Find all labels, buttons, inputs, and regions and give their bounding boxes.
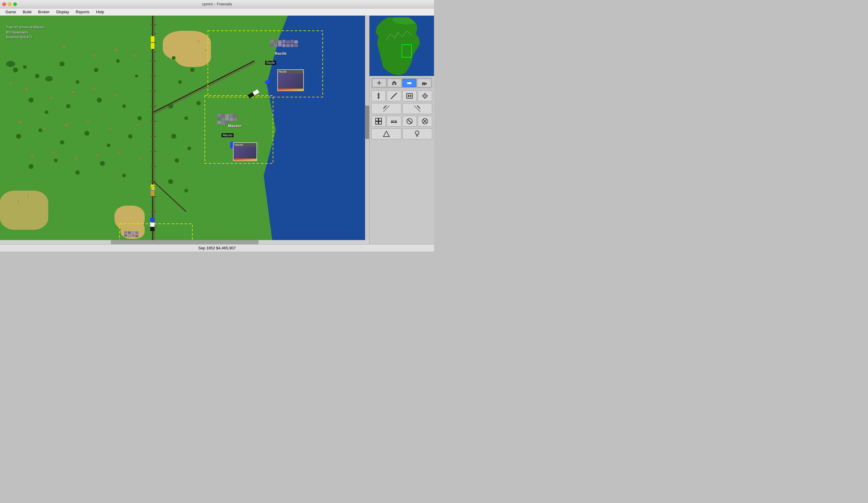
tool-diagonal-track-1[interactable]	[387, 91, 401, 101]
svg-rect-149	[426, 83, 427, 84]
popup-body-maceio	[234, 146, 257, 160]
svg-rect-173	[379, 118, 382, 121]
tool-bridge[interactable]	[387, 116, 401, 127]
tool-diagonal-ne[interactable]	[371, 103, 402, 114]
svg-line-180	[407, 119, 412, 123]
vscrollbar-thumb[interactable]	[365, 105, 369, 139]
title-bar: cymric - Freerails	[0, 0, 434, 9]
map-area[interactable]: | | † †	[0, 16, 369, 244]
minimize-button[interactable]	[8, 2, 11, 6]
svg-rect-122	[230, 114, 233, 117]
city-popup-recife[interactable]: Recife	[277, 69, 304, 91]
svg-rect-172	[375, 118, 378, 121]
svg-rect-85	[31, 154, 34, 156]
tool-plant[interactable]	[402, 129, 433, 139]
popup-title-maceio: Maceio	[234, 143, 257, 146]
svg-point-150	[422, 84, 423, 85]
svg-point-39	[35, 74, 39, 78]
svg-rect-74	[25, 88, 28, 90]
svg-line-21	[154, 182, 186, 212]
svg-rect-29	[248, 92, 254, 98]
svg-point-72	[184, 189, 188, 192]
svg-point-61	[122, 174, 126, 177]
svg-point-52	[39, 129, 42, 132]
svg-rect-87	[74, 157, 78, 160]
svg-marker-144	[392, 81, 396, 83]
popup-bar-recife	[278, 89, 303, 91]
status-bar: Sep 1852 $4,465,907	[0, 244, 434, 252]
svg-point-45	[29, 98, 33, 103]
svg-rect-114	[221, 114, 225, 117]
svg-rect-158	[406, 93, 413, 98]
svg-point-63	[190, 68, 194, 72]
window-controls[interactable]	[2, 2, 17, 6]
tool-diagonal-nw[interactable]	[402, 103, 433, 114]
svg-point-44	[135, 74, 138, 78]
mode-train-btn[interactable]	[417, 79, 431, 87]
svg-point-55	[107, 144, 110, 147]
svg-line-156	[391, 93, 397, 99]
svg-point-59	[75, 171, 80, 175]
svg-rect-115	[225, 114, 229, 117]
menu-game[interactable]: Game	[2, 9, 19, 15]
notification-line3: Revenue $16,872	[6, 35, 44, 40]
tool-station-place[interactable]	[402, 91, 417, 101]
menu-broker[interactable]: Broker	[35, 9, 52, 15]
svg-point-65	[168, 104, 173, 109]
menu-reports[interactable]: Reports	[73, 9, 93, 15]
svg-rect-84	[136, 124, 139, 126]
svg-rect-86	[53, 151, 55, 153]
tool-remove-track[interactable]	[402, 116, 417, 127]
mode-station-btn[interactable]	[387, 79, 402, 87]
window-title: cymric - Freerails	[202, 2, 232, 6]
svg-rect-145	[393, 83, 395, 85]
svg-point-163	[424, 95, 426, 96]
tool-terraform[interactable]	[371, 129, 402, 139]
svg-point-64	[178, 80, 182, 84]
svg-point-69	[187, 146, 191, 150]
tool-signal[interactable]	[418, 116, 432, 127]
svg-point-38	[23, 65, 27, 69]
mini-map[interactable]	[370, 16, 434, 76]
svg-point-48	[97, 98, 102, 103]
mode-build-btn[interactable]	[402, 79, 416, 87]
map-vscrollbar[interactable]	[365, 16, 369, 240]
svg-point-151	[424, 84, 425, 85]
hscrollbar-thumb[interactable]	[111, 240, 259, 244]
menu-build[interactable]: Build	[20, 9, 34, 15]
svg-rect-82	[87, 121, 89, 123]
city-popup-maceio[interactable]: Maceio	[233, 142, 257, 161]
mode-cursor-btn[interactable]	[372, 79, 386, 87]
svg-rect-79	[19, 121, 22, 123]
svg-rect-94	[62, 46, 65, 48]
svg-point-51	[16, 134, 21, 139]
menu-help[interactable]: Help	[93, 9, 107, 15]
svg-rect-93	[134, 55, 136, 57]
svg-line-169	[383, 105, 386, 109]
svg-rect-28	[252, 89, 259, 95]
notification-line1: Train #2 arrives at Maceio	[6, 25, 44, 30]
svg-rect-92	[115, 49, 118, 51]
svg-point-186	[415, 131, 419, 134]
svg-point-37	[13, 68, 18, 72]
svg-line-20	[155, 62, 256, 114]
menu-display[interactable]: Display	[53, 9, 72, 15]
svg-rect-89	[118, 151, 120, 153]
popup-body-recife	[278, 74, 303, 90]
tool-view[interactable]	[418, 91, 432, 101]
svg-rect-75	[50, 97, 52, 99]
close-button[interactable]	[2, 2, 6, 6]
maximize-button[interactable]	[13, 2, 17, 6]
tool-grid-view[interactable]	[371, 116, 386, 127]
svg-rect-118	[225, 117, 229, 120]
svg-point-60	[100, 161, 105, 166]
tool-grid-2	[371, 103, 432, 114]
notification-line2: 80 Passengers	[6, 30, 44, 35]
map-canvas[interactable]: | | † †	[0, 16, 369, 244]
svg-rect-159	[408, 95, 409, 97]
dark-terrain-2	[45, 76, 53, 81]
tool-straight-track[interactable]	[371, 91, 386, 101]
dark-terrain-1	[6, 61, 15, 67]
svg-rect-33	[150, 223, 154, 227]
map-hscrollbar[interactable]	[0, 240, 369, 244]
